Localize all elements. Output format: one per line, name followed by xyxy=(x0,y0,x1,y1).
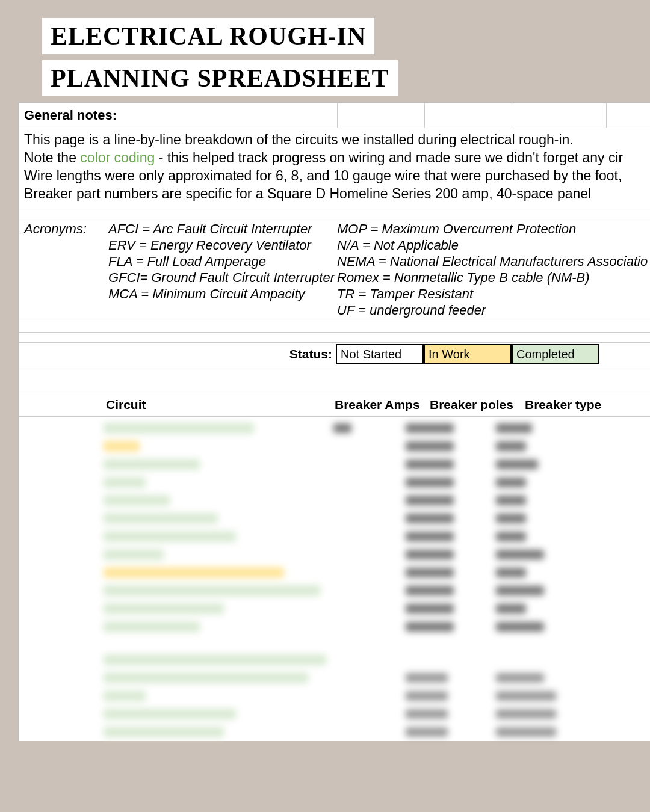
spacer-row xyxy=(19,208,650,217)
acronyms-label: Acronyms: xyxy=(19,217,108,322)
acronyms-col-1: AFCI = Arc Fault Circuit Interrupter ERV… xyxy=(108,217,337,322)
title-line-1: Electrical Rough-In xyxy=(42,18,374,54)
status-legend-row: Status: Not Started In Work Completed xyxy=(19,343,650,366)
title-line-2: Planning Spreadsheet xyxy=(42,60,398,96)
column-headers: Circuit Breaker Amps Breaker poles Break… xyxy=(19,393,650,417)
col-breaker-type: Breaker type xyxy=(525,393,620,416)
general-notes-body: This page is a line-by-line breakdown of… xyxy=(19,128,650,208)
acronyms-col-2: MOP = Maximum Overcurrent Protection N/A… xyxy=(337,217,650,322)
notes-line-3: Wire lengths were only approximated for … xyxy=(24,167,650,185)
general-notes-heading: General notes: xyxy=(19,103,338,128)
notes-line-1: This page is a line-by-line breakdown of… xyxy=(24,131,650,149)
color-coding-text: color coding xyxy=(80,150,155,165)
page-title-block: Electrical Rough-In Planning Spreadsheet xyxy=(0,0,650,102)
status-label: Status: xyxy=(19,347,336,361)
status-completed: Completed xyxy=(512,344,599,364)
blurred-data-rows xyxy=(19,417,650,740)
spacer-row xyxy=(19,366,650,393)
col-circuit: Circuit xyxy=(104,393,335,416)
status-in-work: In Work xyxy=(424,344,512,364)
empty-cell xyxy=(338,103,425,128)
spacer-row xyxy=(19,333,650,343)
spacer-row xyxy=(19,322,650,333)
spreadsheet: General notes: This page is a line-by-li… xyxy=(18,102,650,741)
col-breaker-amps: Breaker Amps xyxy=(335,393,430,416)
status-not-started: Not Started xyxy=(336,344,424,364)
empty-cell xyxy=(425,103,512,128)
notes-line-2: Note the color coding - this helped trac… xyxy=(24,149,650,167)
acronyms-row: Acronyms: AFCI = Arc Fault Circuit Inter… xyxy=(19,217,650,322)
empty-cell xyxy=(512,103,607,128)
notes-line-4: Breaker part numbers are specific for a … xyxy=(24,185,650,203)
col-breaker-poles: Breaker poles xyxy=(430,393,525,416)
empty-cell xyxy=(19,393,104,416)
general-notes-header-row: General notes: xyxy=(19,103,650,128)
